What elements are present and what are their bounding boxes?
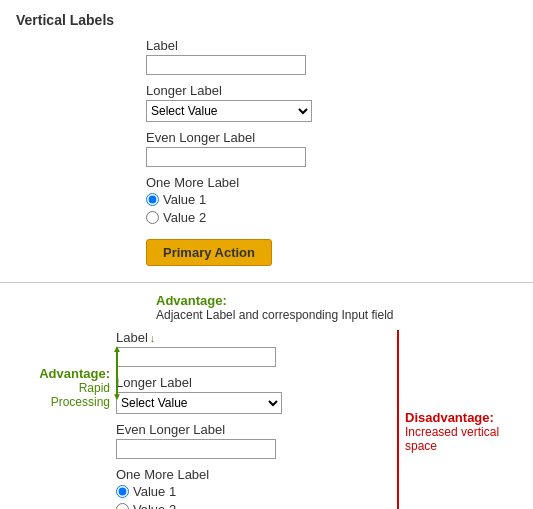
advantage-top-label: Advantage: <box>156 293 517 308</box>
advantage-top-sub: Adjacent Label and corresponding Input f… <box>156 308 517 322</box>
label-down-arrow: ↓ <box>150 332 156 344</box>
field-even-2: Even Longer Label <box>116 422 387 459</box>
input-label-1[interactable] <box>146 55 306 75</box>
green-arrow-down-indicator: ▼ <box>112 392 122 402</box>
input-even-2[interactable] <box>116 439 276 459</box>
rapid-processing-label: Rapid Processing <box>16 381 110 409</box>
label-text-1: Label <box>146 38 517 53</box>
red-vertical-line <box>397 330 399 509</box>
section2: Advantage: Adjacent Label and correspond… <box>0 283 533 509</box>
section1: Vertical Labels Label Longer Label Selec… <box>0 0 533 282</box>
label-text-s2-4: One More Label <box>116 467 387 482</box>
radio-item-2: Value 2 <box>146 210 517 225</box>
radio-s2-value2[interactable] <box>116 503 129 509</box>
field-label: Label <box>146 38 517 75</box>
input-label-2[interactable] <box>116 347 276 367</box>
disadvantage-annotation: Disadvantage: Increased vertical space <box>405 410 517 453</box>
label-text-s2-3: Even Longer Label <box>116 422 387 437</box>
field-label-2: Label ↓ <box>116 330 387 367</box>
field-one-more-2: One More Label Value 1 Value 2 <box>116 467 387 509</box>
green-arrow-up-indicator: ▲ <box>112 344 122 354</box>
advantage-left-label: Advantage: <box>16 366 110 381</box>
select-longer-2[interactable]: Select Value <box>116 392 282 414</box>
field-one-more: One More Label Value 1 Value 2 <box>146 175 517 225</box>
radio-value1[interactable] <box>146 193 159 206</box>
label-text-3: Even Longer Label <box>146 130 517 145</box>
field-even: Even Longer Label <box>146 130 517 167</box>
green-bar <box>116 350 118 396</box>
label-text-4: One More Label <box>146 175 517 190</box>
primary-action-btn-1[interactable]: Primary Action <box>146 239 272 266</box>
input-even-1[interactable] <box>146 147 306 167</box>
field-longer-2: Longer Label Select Value <box>116 375 387 414</box>
radio-item-s2-2: Value 2 <box>116 502 387 509</box>
radio-s2-label-1: Value 1 <box>133 484 176 499</box>
radio-item-1: Value 1 <box>146 192 517 207</box>
disadvantage-label: Disadvantage: <box>405 410 517 425</box>
radio-s2-label-2: Value 2 <box>133 502 176 509</box>
section1-title: Vertical Labels <box>16 12 517 28</box>
field-longer: Longer Label Select Value <box>146 83 517 122</box>
radio-label-1: Value 1 <box>163 192 206 207</box>
label-text-s2-2: Longer Label <box>116 375 387 390</box>
label-text-2: Longer Label <box>146 83 517 98</box>
radio-s2-value1[interactable] <box>116 485 129 498</box>
disadvantage-sub: Increased vertical space <box>405 425 517 453</box>
radio-label-2: Value 2 <box>163 210 206 225</box>
select-longer-1[interactable]: Select Value <box>146 100 312 122</box>
radio-value2[interactable] <box>146 211 159 224</box>
radio-item-s2-1: Value 1 <box>116 484 387 499</box>
